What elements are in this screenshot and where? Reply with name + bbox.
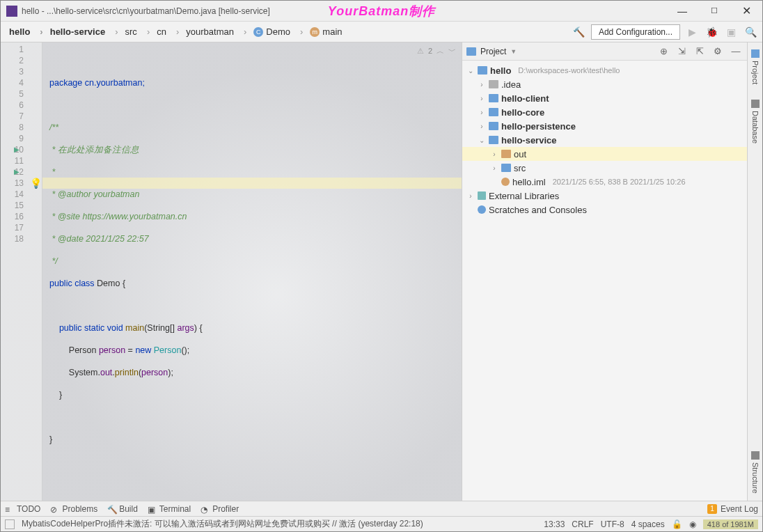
tree-item-hello-persistence[interactable]: ›hello-persistence: [462, 119, 747, 133]
chevron-right-icon[interactable]: ›: [466, 192, 475, 200]
code-text: new: [135, 345, 153, 355]
file-icon: [501, 178, 510, 186]
gear-icon[interactable]: ⚙: [711, 45, 725, 58]
project-tree[interactable]: ⌄ hello D:\workspaces-work\test\hello ›.…: [462, 61, 747, 501]
tab-todo[interactable]: ≡TODO: [5, 504, 40, 514]
event-badge: 1: [707, 504, 717, 514]
tab-label: Problems: [62, 504, 97, 514]
gutter-line: 5: [1, 88, 24, 100]
code-text: Demo: [97, 279, 120, 288]
tab-event-log[interactable]: 1Event Log: [707, 504, 758, 514]
chevron-right-icon[interactable]: ›: [490, 164, 498, 172]
ide-window: hello - ...\hello-service\src\cn\yourbat…: [0, 0, 763, 532]
folder-icon: [478, 66, 487, 75]
tree-item-hello-client[interactable]: ›hello-client: [462, 91, 747, 105]
breadcrumb-main[interactable]: mmain: [296, 25, 347, 38]
chevron-right-icon[interactable]: ›: [478, 109, 486, 116]
status-message[interactable]: MybatisCodeHelperPro插件未激活: 可以输入激活码或者到网站网…: [22, 518, 423, 530]
hide-icon[interactable]: —: [729, 45, 743, 58]
code-text: Person: [69, 345, 99, 355]
run-icon[interactable]: ▶: [684, 24, 700, 40]
chevron-right-icon[interactable]: ›: [490, 150, 498, 158]
inspection-widget[interactable]: ⚠ 2 ︿ ﹀: [417, 45, 456, 56]
tree-item-idea[interactable]: ›.idea: [462, 77, 747, 91]
code-text: Person: [154, 345, 182, 355]
code-text: * @author yourbatman: [49, 189, 462, 200]
code-text: public class: [49, 279, 97, 288]
tree-item-src[interactable]: ›src: [462, 161, 747, 175]
chevron-down-icon[interactable]: ⌄: [478, 136, 486, 144]
tab-build[interactable]: 🔨Build: [107, 504, 138, 514]
code-text: person: [141, 368, 168, 377]
chevron-right-icon[interactable]: ›: [478, 123, 486, 130]
maximize-button[interactable]: ☐: [698, 1, 730, 22]
intention-bulb-icon[interactable]: 💡: [30, 178, 40, 187]
project-header: Project ▼ ⊕ ⇲ ⇱ ⚙ —: [462, 42, 747, 61]
app-icon: [6, 6, 17, 17]
breadcrumb-yourbatman[interactable]: yourbatman: [172, 25, 238, 38]
chevron-down-icon[interactable]: ﹀: [448, 45, 456, 56]
status-tool-windows-icon[interactable]: [5, 519, 15, 529]
library-icon: [478, 191, 486, 200]
search-everywhere-icon[interactable]: 🔍: [743, 24, 758, 40]
tool-database-tab[interactable]: Database: [751, 97, 760, 146]
lock-icon[interactable]: 🔓: [672, 519, 682, 529]
status-indent[interactable]: 4 spaces: [631, 519, 665, 529]
chevron-down-icon[interactable]: ⌄: [466, 67, 475, 75]
status-inspection-icon[interactable]: ◉: [689, 519, 696, 529]
tree-item-out[interactable]: ›out: [462, 147, 747, 161]
tree-external-libraries[interactable]: ›External Libraries: [462, 189, 747, 203]
run-gutter-icon[interactable]: ▶: [14, 144, 19, 155]
chevron-right-icon[interactable]: ›: [478, 81, 486, 88]
close-button[interactable]: ✕: [730, 1, 762, 22]
gutter[interactable]: 1 2 3 4 5 6 7 8 9 10▶ 11 12▶ 13 14 15 16…: [1, 42, 42, 501]
run-coverage-icon[interactable]: ▣: [723, 24, 739, 40]
right-tool-strip: Project Database Structure: [747, 42, 762, 501]
tab-label: Terminal: [159, 504, 191, 514]
tree-root[interactable]: ⌄ hello D:\workspaces-work\test\hello: [462, 63, 747, 77]
status-memory[interactable]: 418 of 1981M: [703, 519, 758, 529]
collapse-all-icon[interactable]: ⇱: [693, 45, 707, 58]
gutter-line: 15: [1, 200, 24, 211]
code-text: main: [125, 323, 144, 333]
status-encoding[interactable]: UTF-8: [601, 519, 624, 529]
status-cursor-position[interactable]: 13:33: [544, 519, 565, 529]
code-editor[interactable]: 💡 package cn.yourbatman; /** * 在此处添加备注信息…: [42, 42, 462, 501]
code-text: out: [100, 368, 112, 377]
breadcrumb-src[interactable]: src: [111, 25, 141, 38]
chevron-right-icon[interactable]: ›: [478, 95, 486, 102]
code-text: }: [59, 390, 62, 400]
minimize-button[interactable]: —: [666, 1, 698, 22]
tree-scratches[interactable]: Scratches and Consoles: [462, 203, 747, 217]
run-gutter-icon[interactable]: ▶: [14, 166, 19, 178]
module-icon: [489, 122, 498, 130]
tab-terminal[interactable]: ▣Terminal: [148, 504, 191, 514]
debug-icon[interactable]: 🐞: [704, 24, 719, 40]
chevron-down-icon[interactable]: ▼: [510, 48, 517, 55]
tab-label: Profiler: [212, 504, 239, 514]
breadcrumb-demo[interactable]: CDemo: [239, 25, 294, 38]
build-icon[interactable]: 🔨: [572, 24, 587, 40]
status-line-separator[interactable]: CRLF: [572, 519, 593, 529]
gutter-line: 16: [1, 211, 24, 222]
gutter-line: 13: [1, 178, 24, 189]
add-configuration-button[interactable]: Add Configuration...: [591, 24, 680, 40]
select-opened-file-icon[interactable]: ⊕: [656, 45, 670, 58]
breadcrumb-cn[interactable]: cn: [143, 25, 171, 38]
expand-all-icon[interactable]: ⇲: [675, 45, 689, 58]
tree-item-label: hello-core: [501, 107, 544, 118]
class-icon: C: [253, 27, 263, 37]
tree-item-hello-service[interactable]: ⌄hello-service: [462, 133, 747, 147]
tree-item-label: Scratches and Consoles: [489, 205, 587, 215]
tree-item-iml[interactable]: hello.iml2021/1/25 6:55, 838 B 2021/1/25…: [462, 175, 747, 189]
tree-item-hello-core[interactable]: ›hello-core: [462, 105, 747, 119]
project-title[interactable]: Project: [480, 47, 506, 56]
breadcrumb-hello[interactable]: hello: [5, 25, 34, 38]
tool-project-tab[interactable]: Project: [751, 47, 760, 87]
breadcrumb-hello-service[interactable]: hello-service: [36, 25, 109, 38]
chevron-up-icon[interactable]: ︿: [436, 45, 444, 56]
tool-structure-tab[interactable]: Structure: [751, 448, 760, 496]
gutter-line: 14: [1, 189, 24, 200]
tab-problems[interactable]: ⊘Problems: [50, 504, 97, 514]
tab-profiler[interactable]: ◔Profiler: [200, 504, 239, 514]
